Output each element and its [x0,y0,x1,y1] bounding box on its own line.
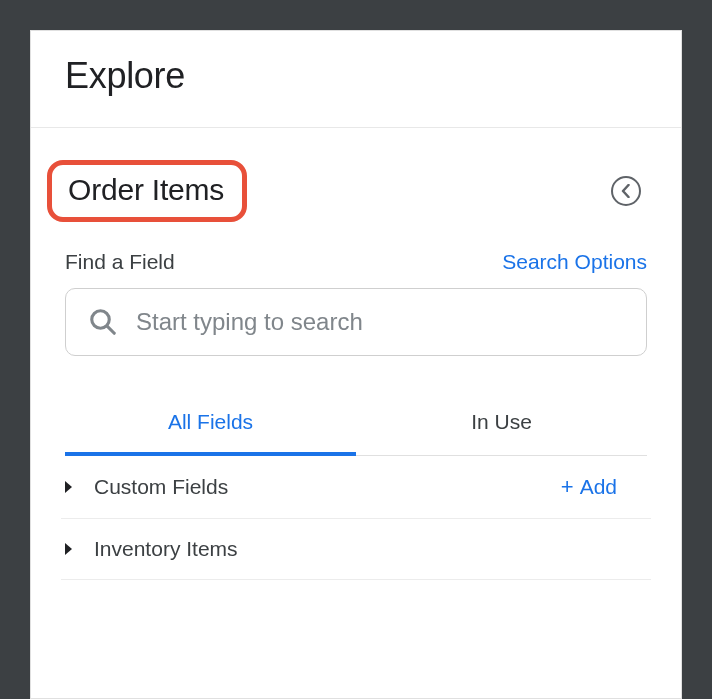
chevron-left-icon [620,184,632,198]
tab-in-use[interactable]: In Use [356,394,647,456]
field-group-inventory-items[interactable]: Inventory Items [61,519,651,580]
field-group-label: Custom Fields [94,475,539,499]
field-group-custom-fields[interactable]: Custom Fields + Add [61,456,651,519]
tabs: All Fields In Use [65,394,647,456]
field-group-label: Inventory Items [94,537,617,561]
search-input[interactable] [136,308,624,336]
add-label: Add [580,475,617,499]
field-group-list: Custom Fields + Add Inventory Items [31,456,681,580]
search-options-link[interactable]: Search Options [502,250,647,274]
search-label: Find a Field [65,250,175,274]
explore-panel: Explore Order Items Find a Field Search … [30,30,682,699]
page-title: Explore [65,55,647,97]
search-box[interactable] [65,288,647,356]
tab-all-fields[interactable]: All Fields [65,394,356,456]
panel-header: Explore [31,31,681,128]
section-title-highlight: Order Items [47,160,247,222]
search-icon [88,307,118,337]
svg-line-1 [107,326,114,333]
collapse-button[interactable] [611,176,641,206]
caret-right-icon [65,543,72,555]
search-label-row: Find a Field Search Options [65,250,647,274]
add-custom-field-button[interactable]: + Add [561,474,617,500]
plus-icon: + [561,474,574,500]
section-header-row: Order Items [65,160,647,222]
explore-section: Order Items Find a Field Search Options … [31,128,681,580]
section-title: Order Items [68,173,224,207]
caret-right-icon [65,481,72,493]
